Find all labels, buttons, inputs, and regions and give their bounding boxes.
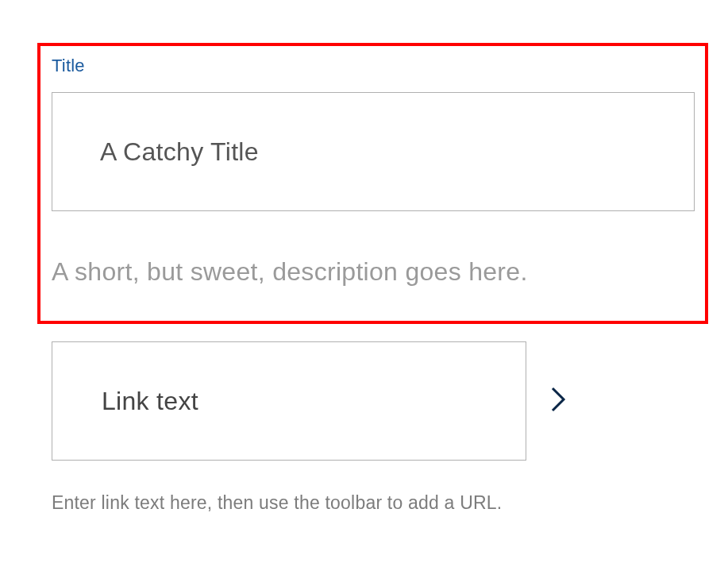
link-section: Link text Enter link text here, then use… bbox=[52, 341, 695, 514]
title-label: Title bbox=[52, 56, 695, 76]
link-text-input[interactable]: Link text bbox=[52, 341, 526, 461]
title-section: Title A short, but sweet, description go… bbox=[52, 56, 695, 287]
title-input[interactable] bbox=[52, 92, 695, 211]
link-text-label: Link text bbox=[52, 387, 198, 416]
chevron-right-icon bbox=[549, 385, 567, 417]
link-helper-text: Enter link text here, then use the toolb… bbox=[52, 492, 695, 514]
description-placeholder[interactable]: A short, but sweet, description goes her… bbox=[52, 257, 695, 287]
